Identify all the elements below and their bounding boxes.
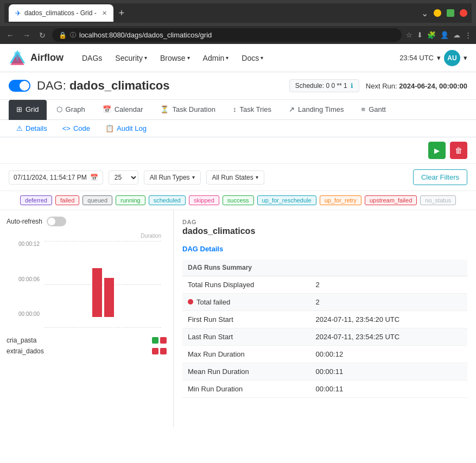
back-btn[interactable]: ← bbox=[4, 30, 16, 41]
schedule-info-icon[interactable]: ℹ bbox=[351, 82, 353, 90]
auto-refresh-row: Auto-refresh bbox=[7, 217, 167, 226]
landing-times-icon: ↗ bbox=[289, 105, 295, 113]
reload-btn[interactable]: ↻ bbox=[37, 30, 48, 41]
airflow-logo[interactable]: Airflow bbox=[9, 49, 64, 67]
tab-gantt[interactable]: ≡ Gantt bbox=[354, 100, 394, 120]
tab-calendar[interactable]: 📅 Calendar bbox=[95, 100, 151, 120]
extensions-icon[interactable]: 🧩 bbox=[427, 31, 436, 39]
time-chevron[interactable]: ▾ bbox=[437, 54, 441, 62]
date-calendar-icon: 📅 bbox=[90, 174, 98, 181]
delete-icon: 🗑 bbox=[455, 146, 462, 155]
status-tag-no_status[interactable]: no_status bbox=[420, 195, 456, 205]
run-states-filter[interactable]: All Run States ▾ bbox=[206, 170, 264, 185]
status-tag-queued[interactable]: queued bbox=[82, 195, 112, 205]
count-select[interactable]: 25 10 50 100 bbox=[109, 170, 138, 185]
status-tag-upstream_failed[interactable]: upstream_failed bbox=[365, 195, 417, 205]
row-value: 2024-07-11, 23:54:20 UTC bbox=[310, 311, 467, 328]
status-tag-deferred[interactable]: deferred bbox=[20, 195, 52, 205]
table-row: Total failed2 bbox=[182, 294, 467, 311]
url-bar[interactable]: 🔒 ⓘ localhost:8080/dags/dados_climaticos… bbox=[52, 28, 402, 42]
sub-tab-code[interactable]: <> Code bbox=[55, 120, 98, 137]
tab-task-tries[interactable]: ↕ Task Tries bbox=[225, 100, 279, 120]
task-squares-extrai-dados bbox=[152, 348, 167, 354]
table-row: Min Run Duration00:00:11 bbox=[182, 380, 467, 398]
main-content: Auto-refresh Duration 00:00:12 00:00:06 … bbox=[0, 210, 476, 427]
nav-admin[interactable]: Admin ▾ bbox=[198, 50, 234, 66]
count-dropdown[interactable]: 25 10 50 100 bbox=[109, 170, 138, 185]
table-row: Last Run Start2024-07-11, 23:54:25 UTC bbox=[182, 328, 467, 346]
browser-tab[interactable]: ✈ dados_climaticos - Grid - ✕ bbox=[9, 4, 113, 22]
forward-btn[interactable]: → bbox=[21, 30, 33, 41]
run-types-filter[interactable]: All Run Types ▾ bbox=[144, 170, 201, 185]
tab-graph[interactable]: ⬡ Graph bbox=[49, 100, 93, 120]
nav-links: DAGs Security ▾ Browse ▾ Admin ▾ Docs ▾ bbox=[77, 50, 399, 66]
table-row: First Run Start2024-07-11, 23:54:20 UTC bbox=[182, 311, 467, 328]
menu-icon[interactable]: ⋮ bbox=[465, 31, 472, 39]
y-label-bot: 00:00:00 bbox=[18, 311, 40, 317]
status-tag-skipped[interactable]: skipped bbox=[189, 195, 219, 205]
tab-favicon: ✈ bbox=[15, 9, 21, 17]
sync-icon[interactable]: ☁ bbox=[453, 31, 460, 39]
window-close-btn[interactable] bbox=[460, 9, 467, 17]
row-value: 2024-07-11, 23:54:25 UTC bbox=[310, 328, 467, 346]
task-name-extrai-dados: extrai_dados bbox=[7, 347, 152, 355]
delete-dag-btn[interactable]: 🗑 bbox=[450, 142, 467, 159]
task-square-green bbox=[152, 337, 158, 344]
row-label: Last Run Start bbox=[182, 328, 310, 346]
dag-toggle[interactable] bbox=[9, 80, 30, 92]
date-filter[interactable]: 07/11/2024, 11:54:17 PM 📅 bbox=[9, 170, 103, 185]
chart-header: Duration bbox=[42, 233, 161, 239]
date-value: 07/11/2024, 11:54:17 PM bbox=[14, 174, 87, 181]
status-tag-scheduled[interactable]: scheduled bbox=[149, 195, 186, 205]
window-minimize-btn[interactable] bbox=[434, 9, 441, 17]
nav-security[interactable]: Security ▾ bbox=[110, 50, 153, 66]
status-tag-success[interactable]: success bbox=[223, 195, 254, 205]
right-panel: DAG dados_climaticos DAG Details DAG Run… bbox=[174, 210, 476, 427]
new-tab-btn[interactable]: + bbox=[119, 8, 125, 19]
chart-area: Duration 00:00:12 00:00:06 00:00:00 bbox=[7, 233, 167, 331]
bookmark-icon[interactable]: ☆ bbox=[406, 31, 412, 39]
panel-section-title[interactable]: DAG Details bbox=[182, 245, 467, 253]
dag-schedule: Schedule: 0 0 ** 1 ℹ bbox=[289, 79, 359, 92]
downloads-icon[interactable]: ⬇ bbox=[417, 31, 423, 39]
grid-icon: ⊞ bbox=[16, 105, 22, 113]
task-tries-icon: ↕ bbox=[233, 105, 237, 113]
row-value: 00:00:11 bbox=[310, 380, 467, 398]
task-rows: cria_pasta extrai_dados bbox=[7, 335, 167, 357]
status-tag-running[interactable]: running bbox=[116, 195, 145, 205]
schedule-text: Schedule: 0 0 ** 1 bbox=[295, 82, 347, 90]
tab-close-btn[interactable]: ✕ bbox=[102, 10, 107, 17]
task-square-red bbox=[160, 337, 167, 344]
task-squares-cria-pasta bbox=[152, 337, 167, 344]
run-dag-btn[interactable]: ▶ bbox=[428, 142, 446, 159]
dag-title: DAG: dados_climaticos bbox=[37, 79, 170, 93]
window-dropdown-btn[interactable]: ⌄ bbox=[421, 8, 428, 18]
row-label: First Run Start bbox=[182, 311, 310, 328]
sub-tab-details[interactable]: ⚠ Details bbox=[9, 120, 55, 137]
window-maximize-btn[interactable] bbox=[447, 9, 454, 17]
task-square-red-1 bbox=[152, 348, 158, 354]
sub-tab-audit-log[interactable]: 📋 Audit Log bbox=[98, 120, 154, 137]
status-tag-up_for_reschedule[interactable]: up_for_reschedule bbox=[257, 195, 316, 205]
url-icon: ⓘ bbox=[70, 31, 76, 39]
nav-docs[interactable]: Docs ▾ bbox=[236, 50, 269, 66]
tab-grid[interactable]: ⊞ Grid bbox=[9, 100, 47, 120]
nav-dags[interactable]: DAGs bbox=[77, 50, 107, 66]
status-tag-up_for_retry[interactable]: up_for_retry bbox=[320, 195, 361, 205]
status-tag-failed[interactable]: failed bbox=[55, 195, 79, 205]
profile-icon[interactable]: 👤 bbox=[440, 31, 449, 39]
nav-time: 23:54 UTC ▾ AU ▾ bbox=[399, 50, 467, 66]
sub-tabs: ⚠ Details <> Code 📋 Audit Log bbox=[0, 120, 476, 137]
filter-bar: 07/11/2024, 11:54:17 PM 📅 25 10 50 100 A… bbox=[0, 164, 476, 191]
nav-browse[interactable]: Browse ▾ bbox=[155, 50, 195, 66]
tab-landing-times[interactable]: ↗ Landing Times bbox=[281, 100, 352, 120]
clear-filters-btn[interactable]: Clear Filters bbox=[413, 169, 467, 185]
user-avatar[interactable]: AU bbox=[444, 50, 460, 66]
tab-task-duration[interactable]: ⏳ Task Duration bbox=[153, 100, 223, 120]
security-chevron: ▾ bbox=[144, 55, 147, 61]
time-display: 23:54 UTC bbox=[399, 54, 434, 62]
auto-refresh-toggle[interactable] bbox=[47, 217, 66, 226]
table-row: Mean Run Duration00:00:11 bbox=[182, 363, 467, 380]
avatar-chevron[interactable]: ▾ bbox=[464, 54, 467, 62]
left-panel: Auto-refresh Duration 00:00:12 00:00:06 … bbox=[0, 210, 174, 427]
